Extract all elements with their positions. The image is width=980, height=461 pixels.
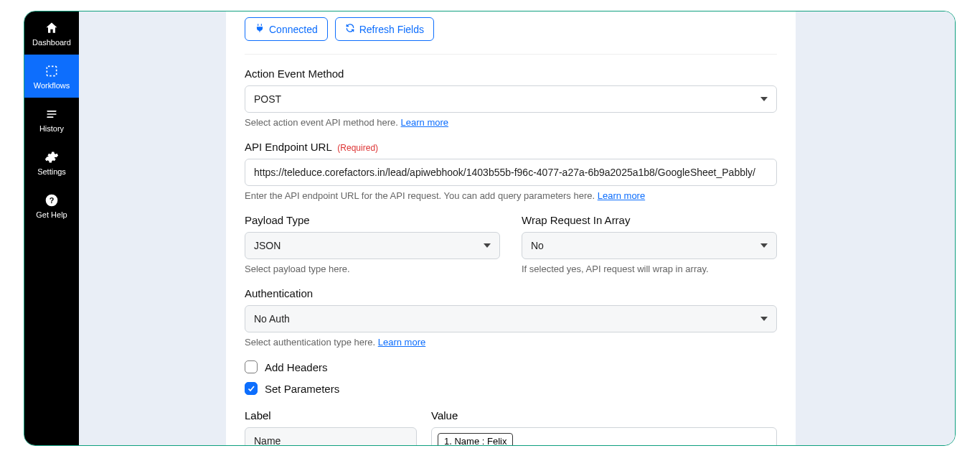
sidebar-item-label: Get Help <box>36 210 67 219</box>
chevron-down-icon <box>484 243 491 248</box>
sidebar-item-workflows[interactable]: Workflows <box>24 55 79 98</box>
method-learn-more-link[interactable]: Learn more <box>401 117 448 128</box>
method-select[interactable]: POST <box>245 85 777 113</box>
auth-help: Select authentication type here. Learn m… <box>245 337 777 348</box>
payload-help: Select payload type here. <box>245 264 500 274</box>
sidebar-item-gethelp[interactable]: ? Get Help <box>24 184 79 227</box>
chevron-down-icon <box>760 97 768 101</box>
method-help: Select action event API method here. Lea… <box>245 117 777 128</box>
endpoint-input-wrapper <box>245 159 777 186</box>
wrap-select-value: No <box>531 240 544 251</box>
home-icon <box>44 20 60 36</box>
svg-rect-0 <box>47 66 56 75</box>
required-badge: (Required) <box>337 143 378 153</box>
history-icon <box>44 106 60 122</box>
form-card: Connected Refresh Fields Action Event Me… <box>226 11 796 445</box>
endpoint-learn-more-link[interactable]: Learn more <box>598 190 645 201</box>
wrap-help: If selected yes, API request will wrap i… <box>522 264 777 274</box>
endpoint-input[interactable] <box>254 167 768 178</box>
set-parameters-checkbox[interactable] <box>245 382 258 395</box>
sidebar: Dashboard Workflows History Settings ? G… <box>24 11 79 445</box>
payload-select[interactable]: JSON <box>245 232 500 259</box>
sidebar-item-dashboard[interactable]: Dashboard <box>24 11 79 55</box>
sidebar-item-label: History <box>39 124 64 133</box>
connected-button[interactable]: Connected <box>245 17 328 41</box>
method-select-value: POST <box>254 93 281 105</box>
set-parameters-label: Set Parameters <box>265 383 339 395</box>
wrap-select[interactable]: No <box>522 232 777 259</box>
content-area: Connected Refresh Fields Action Event Me… <box>79 11 955 445</box>
sidebar-item-label: Workflows <box>34 81 70 90</box>
auth-select[interactable]: No Auth <box>245 305 777 332</box>
connected-button-label: Connected <box>269 24 318 35</box>
sidebar-item-label: Dashboard <box>32 38 71 47</box>
value-chip[interactable]: 1. Name : Felix <box>438 433 513 446</box>
svg-text:?: ? <box>50 196 55 205</box>
sidebar-item-label: Settings <box>37 167 66 176</box>
divider <box>245 54 777 55</box>
add-headers-label: Add Headers <box>265 361 328 373</box>
payload-select-value: JSON <box>254 240 281 251</box>
auth-select-value: No Auth <box>254 313 290 325</box>
workflows-icon <box>44 63 60 79</box>
endpoint-label: API Endpoint URL (Required) <box>245 141 777 153</box>
chevron-down-icon <box>760 317 768 321</box>
chevron-down-icon <box>760 243 768 248</box>
param-label-input[interactable]: Name <box>245 427 417 445</box>
plug-icon <box>255 23 265 35</box>
endpoint-help: Enter the API endpoint URL for the API r… <box>245 190 777 201</box>
auth-label: Authentication <box>245 287 777 299</box>
help-icon: ? <box>44 192 60 208</box>
refresh-fields-button[interactable]: Refresh Fields <box>335 17 434 41</box>
refresh-fields-button-label: Refresh Fields <box>359 24 424 35</box>
wrap-label: Wrap Request In Array <box>522 214 777 226</box>
auth-learn-more-link[interactable]: Learn more <box>378 337 425 348</box>
sidebar-item-history[interactable]: History <box>24 98 79 141</box>
method-label: Action Event Method <box>245 67 777 80</box>
add-headers-checkbox[interactable] <box>245 360 258 373</box>
param-label-title: Label <box>245 409 417 422</box>
payload-label: Payload Type <box>245 214 500 226</box>
refresh-icon <box>345 23 355 35</box>
sidebar-item-settings[interactable]: Settings <box>24 141 79 184</box>
param-value-title: Value <box>431 409 777 422</box>
param-value-input[interactable]: 1. Name : Felix <box>431 427 777 445</box>
gear-icon <box>44 149 60 165</box>
